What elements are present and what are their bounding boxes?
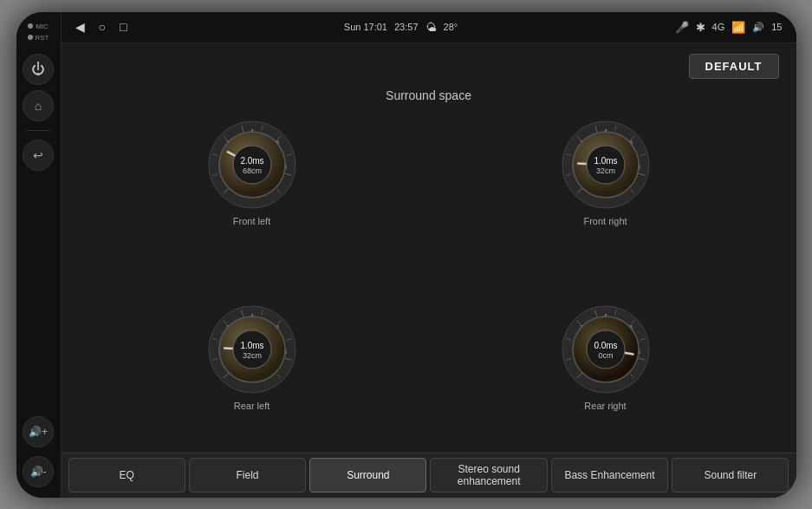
svg-text:2.0ms: 2.0ms xyxy=(240,156,263,166)
audio-content: DEFAULT Surround space xyxy=(62,43,796,453)
temperature: 28° xyxy=(444,22,458,32)
signal-icon: 4G xyxy=(712,22,725,32)
front-left-container: 4 6 8 2 2 2.0ms 68cm xyxy=(79,83,425,261)
rear-left-knob[interactable]: 4 6 8 2 2 1.0ms 32cm xyxy=(205,302,300,397)
status-time: 23:57 xyxy=(394,22,419,32)
rear-right-label: Rear right xyxy=(584,401,626,411)
bluetooth-icon: ✱ xyxy=(696,21,705,34)
rear-right-knob[interactable]: 4 6 8 2 2 0.0ms 0cm xyxy=(558,302,653,397)
volume-up-button[interactable]: 🔊+ xyxy=(23,416,54,447)
nav-recent-button[interactable]: □ xyxy=(120,20,127,34)
tab-filter[interactable]: Sound filter xyxy=(672,458,789,493)
tab-eq[interactable]: EQ xyxy=(68,458,185,493)
rear-right-container: 4 6 8 2 2 0.0ms 0cm xyxy=(432,268,779,446)
volume-icon: 🔊 xyxy=(752,22,764,33)
power-button[interactable]: ⏻ xyxy=(23,54,54,85)
tab-stereo[interactable]: Stereo sound enhancement xyxy=(430,458,547,493)
front-right-container: 4 6 8 2 2 1.0ms 32cm xyxy=(432,83,779,261)
rear-left-container: 4 6 8 2 2 1.0ms 32cm xyxy=(79,268,425,446)
svg-text:0.0ms: 0.0ms xyxy=(594,341,617,350)
volume-level: 15 xyxy=(771,22,782,32)
home-button[interactable]: ⌂ xyxy=(23,90,54,121)
mic-indicator: MIC xyxy=(28,23,49,30)
back-button[interactable]: ↩ xyxy=(23,140,54,171)
rear-left-label: Rear left xyxy=(234,401,270,411)
nav-home-button[interactable]: ○ xyxy=(99,20,106,34)
status-bar: ◀ ○ □ Sun 17:01 23:57 🌤 28° 🎤 ✱ 4G 📶 🔊 1… xyxy=(62,12,796,43)
tab-bass[interactable]: Bass Enhancement xyxy=(551,458,668,493)
front-right-label: Front right xyxy=(583,216,627,226)
front-left-knob[interactable]: 4 6 8 2 2 2.0ms 68cm xyxy=(205,117,300,212)
status-date: Sun 17:01 xyxy=(344,22,387,32)
knobs-grid: 4 6 8 2 2 2.0ms 68cm xyxy=(79,83,779,446)
front-right-knob[interactable]: 4 6 8 2 2 1.0ms 32cm xyxy=(558,117,653,212)
tab-field[interactable]: Field xyxy=(189,458,306,493)
default-button[interactable]: DEFAULT xyxy=(689,54,779,79)
device-frame: MIC RST ⏻ ⌂ ↩ 🔊+ 🔊- ◀ xyxy=(16,12,796,498)
svg-text:0cm: 0cm xyxy=(598,351,613,360)
svg-text:1.0ms: 1.0ms xyxy=(240,341,263,350)
tab-surround[interactable]: Surround xyxy=(309,458,426,493)
nav-back-button[interactable]: ◀ xyxy=(75,20,85,34)
svg-text:32cm: 32cm xyxy=(595,166,614,175)
volume-down-button[interactable]: 🔊- xyxy=(23,456,54,487)
wifi-icon: 📶 xyxy=(731,21,745,34)
svg-text:68cm: 68cm xyxy=(242,166,261,175)
rst-indicator: RST xyxy=(28,34,49,42)
tab-bar: EQ Field Surround Stereo sound enhanceme… xyxy=(62,453,796,498)
main-area: ◀ ○ □ Sun 17:01 23:57 🌤 28° 🎤 ✱ 4G 📶 🔊 1… xyxy=(62,12,796,498)
svg-text:1.0ms: 1.0ms xyxy=(594,156,617,166)
sidebar: MIC RST ⏻ ⌂ ↩ 🔊+ 🔊- xyxy=(16,12,62,498)
mic-icon: 🎤 xyxy=(675,21,689,34)
svg-text:32cm: 32cm xyxy=(242,351,261,360)
front-left-label: Front left xyxy=(233,216,270,226)
weather-icon: 🌤 xyxy=(425,21,437,34)
